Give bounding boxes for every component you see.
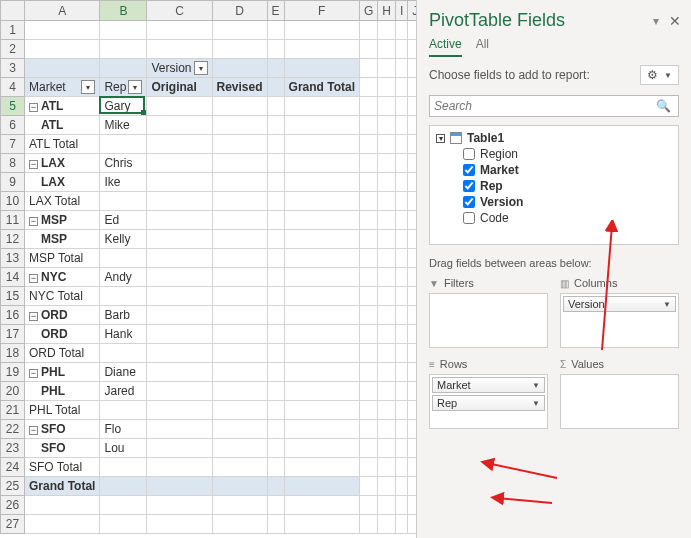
cell-I1[interactable] <box>396 21 408 40</box>
cell-A9[interactable]: LAX <box>25 173 100 192</box>
row-header-7[interactable]: 7 <box>1 135 25 154</box>
cell-D21[interactable] <box>212 401 267 420</box>
cell-I18[interactable] <box>396 344 408 363</box>
cell-A5[interactable]: −ATL <box>25 97 100 116</box>
cell-G6[interactable] <box>360 116 378 135</box>
column-header-B[interactable]: B <box>100 1 147 21</box>
cell-H1[interactable] <box>378 21 396 40</box>
cell-F23[interactable] <box>284 439 359 458</box>
cell-E26[interactable] <box>267 496 284 515</box>
cell-A17[interactable]: ORD <box>25 325 100 344</box>
cell-J6[interactable] <box>408 116 416 135</box>
cell-G1[interactable] <box>360 21 378 40</box>
cell-F12[interactable] <box>284 230 359 249</box>
row-header-6[interactable]: 6 <box>1 116 25 135</box>
cell-A2[interactable] <box>25 40 100 59</box>
cell-C21[interactable] <box>147 401 212 420</box>
cell-H19[interactable] <box>378 363 396 382</box>
cell-B2[interactable] <box>100 40 147 59</box>
cell-D22[interactable] <box>212 420 267 439</box>
cell-C22[interactable] <box>147 420 212 439</box>
cell-G13[interactable] <box>360 249 378 268</box>
cell-G17[interactable] <box>360 325 378 344</box>
cell-G8[interactable] <box>360 154 378 173</box>
cell-J11[interactable] <box>408 211 416 230</box>
cell-I15[interactable] <box>396 287 408 306</box>
cell-A23[interactable]: SFO <box>25 439 100 458</box>
cell-C23[interactable] <box>147 439 212 458</box>
cell-E17[interactable] <box>267 325 284 344</box>
row-header-20[interactable]: 20 <box>1 382 25 401</box>
cell-E22[interactable] <box>267 420 284 439</box>
cell-I20[interactable] <box>396 382 408 401</box>
cell-C10[interactable] <box>147 192 212 211</box>
cell-C18[interactable] <box>147 344 212 363</box>
cell-F8[interactable] <box>284 154 359 173</box>
cell-B14[interactable]: Andy <box>100 268 147 287</box>
collapse-toggle[interactable]: − <box>29 217 38 226</box>
row-header-21[interactable]: 21 <box>1 401 25 420</box>
cell-E3[interactable] <box>267 59 284 78</box>
cell-D1[interactable] <box>212 21 267 40</box>
checkbox-region[interactable] <box>463 148 475 160</box>
cell-H10[interactable] <box>378 192 396 211</box>
cell-H21[interactable] <box>378 401 396 420</box>
field-list[interactable]: ▾Table1RegionMarketRepVersionCode <box>429 125 679 245</box>
cell-F9[interactable] <box>284 173 359 192</box>
field-region[interactable]: Region <box>434 146 674 162</box>
cell-D14[interactable] <box>212 268 267 287</box>
row-header-3[interactable]: 3 <box>1 59 25 78</box>
cell-B25[interactable] <box>100 477 147 496</box>
cell-F19[interactable] <box>284 363 359 382</box>
cell-I22[interactable] <box>396 420 408 439</box>
cell-A8[interactable]: −LAX <box>25 154 100 173</box>
cell-J2[interactable] <box>408 40 416 59</box>
collapse-toggle[interactable]: − <box>29 274 38 283</box>
cell-I9[interactable] <box>396 173 408 192</box>
cell-D5[interactable] <box>212 97 267 116</box>
cell-F1[interactable] <box>284 21 359 40</box>
cell-H14[interactable] <box>378 268 396 287</box>
cell-A14[interactable]: −NYC <box>25 268 100 287</box>
cell-I16[interactable] <box>396 306 408 325</box>
search-icon[interactable]: 🔍 <box>653 99 674 113</box>
cell-H16[interactable] <box>378 306 396 325</box>
tab-active[interactable]: Active <box>429 37 462 57</box>
row-header-19[interactable]: 19 <box>1 363 25 382</box>
cell-I19[interactable] <box>396 363 408 382</box>
cell-F17[interactable] <box>284 325 359 344</box>
cell-H22[interactable] <box>378 420 396 439</box>
cell-B3[interactable] <box>100 59 147 78</box>
cell-A21[interactable]: PHL Total <box>25 401 100 420</box>
cell-I8[interactable] <box>396 154 408 173</box>
cell-H4[interactable] <box>378 78 396 97</box>
cell-J18[interactable] <box>408 344 416 363</box>
cell-E14[interactable] <box>267 268 284 287</box>
cell-J22[interactable] <box>408 420 416 439</box>
cell-D19[interactable] <box>212 363 267 382</box>
row-header-23[interactable]: 23 <box>1 439 25 458</box>
cell-C5[interactable] <box>147 97 212 116</box>
cell-E20[interactable] <box>267 382 284 401</box>
cell-H17[interactable] <box>378 325 396 344</box>
cell-C16[interactable] <box>147 306 212 325</box>
cell-C13[interactable] <box>147 249 212 268</box>
row-header-9[interactable]: 9 <box>1 173 25 192</box>
cell-I17[interactable] <box>396 325 408 344</box>
pane-options-icon[interactable]: ▾ <box>653 14 659 28</box>
cell-G14[interactable] <box>360 268 378 287</box>
cell-B22[interactable]: Flo <box>100 420 147 439</box>
values-well[interactable] <box>560 374 679 429</box>
cell-H6[interactable] <box>378 116 396 135</box>
row-header-4[interactable]: 4 <box>1 78 25 97</box>
cell-I5[interactable] <box>396 97 408 116</box>
cell-A19[interactable]: −PHL <box>25 363 100 382</box>
field-market[interactable]: Market <box>434 162 674 178</box>
checkbox-version[interactable] <box>463 196 475 208</box>
cell-J26[interactable] <box>408 496 416 515</box>
cell-D11[interactable] <box>212 211 267 230</box>
cell-J23[interactable] <box>408 439 416 458</box>
cell-A16[interactable]: −ORD <box>25 306 100 325</box>
cell-J17[interactable] <box>408 325 416 344</box>
row-header-11[interactable]: 11 <box>1 211 25 230</box>
